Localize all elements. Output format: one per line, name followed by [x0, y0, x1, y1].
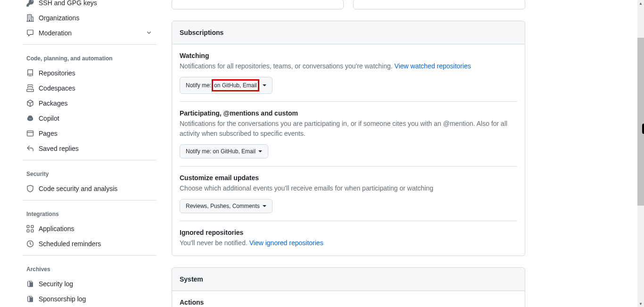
sidebar-item-packages[interactable]: Packages — [23, 96, 157, 111]
customize-section: Customize email updates Choose which add… — [180, 166, 517, 221]
sidebar-item-label: Repositories — [39, 69, 75, 77]
divider — [23, 160, 157, 160]
participating-section: Participating, @mentions and custom Noti… — [180, 101, 517, 166]
subscriptions-panel: Subscriptions Watching Notifications for… — [172, 21, 525, 256]
card-stub-left — [172, 0, 344, 9]
customize-desc: Choose which additional events you'll re… — [180, 183, 517, 193]
sidebar-item-label: Scheduled reminders — [39, 240, 101, 248]
sidebar-heading-archives: Archives — [23, 264, 157, 274]
sidebar-heading-security: Security — [23, 169, 157, 179]
copilot-icon — [26, 115, 34, 122]
card-stub-right — [353, 0, 525, 9]
participating-notify-dropdown[interactable]: Notify me: on GitHub, Email — [180, 144, 268, 158]
sidebar-heading-integrations: Integrations — [23, 209, 157, 219]
main-content: Subscriptions Watching Notifications for… — [160, 0, 537, 307]
watching-section: Watching Notifications for all repositor… — [180, 52, 517, 101]
reply-icon — [26, 145, 34, 152]
watching-notify-dropdown[interactable]: Notify me: on GitHub, Email — [180, 77, 272, 94]
watching-title: Watching — [180, 52, 517, 59]
sidebar-item-sponsorship-log[interactable]: Sponsorship log — [23, 291, 157, 307]
key-icon — [26, 0, 34, 7]
customize-events-dropdown[interactable]: Reviews, Pushes, Comments — [180, 199, 272, 213]
divider — [23, 44, 157, 45]
organization-icon — [26, 14, 34, 22]
sidebar-item-applications[interactable]: Applications — [23, 221, 157, 236]
svg-rect-0 — [27, 131, 33, 136]
sidebar-item-label: Copilot — [39, 115, 59, 122]
participating-title: Participating, @mentions and custom — [180, 109, 517, 117]
scrollbar[interactable]: ▲ ▼ — [637, 0, 644, 307]
divider — [23, 255, 157, 256]
system-header: System — [172, 268, 525, 291]
svg-rect-2 — [31, 225, 33, 228]
ignored-title: Ignored repositories — [180, 229, 517, 236]
sidebar-item-organizations[interactable]: Organizations — [23, 10, 157, 25]
clock-icon — [26, 240, 34, 248]
sidebar-heading-code: Code, planning, and automation — [23, 53, 157, 64]
chevron-down-icon — [145, 29, 153, 38]
sidebar-item-pages[interactable]: Pages — [23, 126, 157, 141]
sidebar-item-label: Organizations — [39, 14, 79, 22]
subscriptions-header: Subscriptions — [172, 21, 525, 44]
participating-desc: Notifications for the conversations you … — [180, 119, 517, 139]
ignored-section: Ignored repositories You'll never be not… — [180, 221, 517, 248]
sidebar-item-label: Applications — [39, 225, 74, 232]
svg-rect-1 — [27, 225, 29, 228]
ignored-desc-text: You'll never be notified. — [180, 239, 249, 247]
sidebar-item-moderation[interactable]: Moderation — [23, 25, 157, 41]
package-icon — [26, 100, 34, 107]
system-panel: System Actions — [172, 267, 525, 307]
browser-icon — [26, 130, 34, 137]
sidebar-item-scheduled-reminders[interactable]: Scheduled reminders — [23, 236, 157, 251]
sidebar-item-label: Security log — [39, 280, 73, 288]
actions-title: Actions — [180, 299, 517, 306]
ignored-desc: You'll never be notified. View ignored r… — [180, 238, 517, 248]
scroll-thumb[interactable] — [637, 38, 644, 206]
scroll-down-button[interactable]: ▼ — [637, 300, 644, 307]
divider — [23, 200, 157, 200]
sidebar-item-label: Saved replies — [39, 145, 79, 152]
sidebar-item-label: Sponsorship log — [39, 295, 86, 303]
sidebar-item-label: Pages — [39, 130, 58, 137]
sidebar-item-label: Packages — [39, 100, 67, 107]
top-cards-row — [172, 0, 525, 9]
highlighted-value: on GitHub, Email — [212, 79, 259, 91]
log-icon — [26, 280, 34, 288]
sidebar-item-label: Codespaces — [39, 84, 75, 92]
watching-desc: Notifications for all repositories, team… — [180, 61, 517, 71]
notify-prefix: Notify me: — [186, 81, 211, 90]
apps-icon — [26, 225, 34, 232]
sidebar-item-codespaces[interactable]: Codespaces — [23, 81, 157, 96]
view-watched-link[interactable]: View watched repositories — [395, 62, 471, 70]
log-icon — [26, 295, 34, 303]
sidebar-item-ssh-keys[interactable]: SSH and GPG keys — [23, 0, 157, 10]
view-ignored-link[interactable]: View ignored repositories — [249, 239, 323, 247]
svg-rect-4 — [31, 230, 33, 232]
sidebar-item-repositories[interactable]: Repositories — [23, 66, 157, 81]
sidebar-item-saved-replies[interactable]: Saved replies — [23, 141, 157, 156]
sidebar-item-label: SSH and GPG keys — [39, 0, 97, 7]
side-nub — [642, 124, 644, 134]
shield-icon — [26, 185, 34, 192]
sidebar-item-label: Code security and analysis — [39, 185, 117, 192]
sidebar-item-security-log[interactable]: Security log — [23, 276, 157, 291]
svg-rect-3 — [27, 230, 29, 232]
codespaces-icon — [26, 84, 34, 92]
comment-icon — [26, 29, 34, 37]
settings-sidebar: SSH and GPG keys Organizations Moderatio… — [0, 0, 160, 307]
scroll-up-button[interactable]: ▲ — [637, 0, 644, 7]
repo-icon — [26, 69, 34, 77]
sidebar-item-code-security[interactable]: Code security and analysis — [23, 181, 157, 196]
watching-desc-text: Notifications for all repositories, team… — [180, 62, 395, 70]
sidebar-item-label: Moderation — [39, 29, 72, 37]
sidebar-item-copilot[interactable]: Copilot — [23, 111, 157, 126]
customize-title: Customize email updates — [180, 174, 517, 182]
